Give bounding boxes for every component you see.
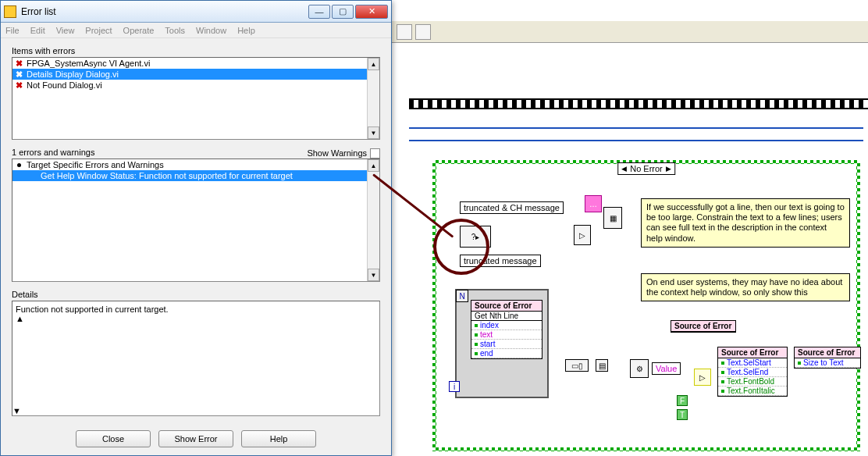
scroll-down-icon[interactable]: ▼ xyxy=(368,269,379,281)
menu-item[interactable]: Tools xyxy=(165,26,185,35)
chevron-left-icon[interactable]: ◀ xyxy=(621,165,627,173)
window-title: Error list xyxy=(21,6,308,17)
annotation-circle xyxy=(433,219,489,275)
warnings-list[interactable]: Target Specific Errors and Warnings Get … xyxy=(12,159,380,282)
property-node[interactable]: ⚙ xyxy=(630,359,649,378)
error-list-window: Error list — ▢ ✕ File Edit View Project … xyxy=(0,0,392,456)
button-row: Close Show Error Help xyxy=(1,424,391,455)
bool-true-constant[interactable]: T xyxy=(677,409,688,420)
prop: Text.FontBold xyxy=(727,377,774,386)
close-button[interactable]: Close xyxy=(76,430,151,447)
chevron-right-icon[interactable]: ▶ xyxy=(666,165,671,173)
tunnel-label: truncated & CH message xyxy=(460,201,564,214)
scroll-up-icon[interactable]: ▲ xyxy=(368,58,379,70)
row: start xyxy=(480,340,495,348)
menu-item[interactable]: File xyxy=(5,26,20,35)
items-with-errors-label: Items with errors xyxy=(12,46,380,55)
menu-item[interactable]: View xyxy=(56,26,75,35)
prop: Text.SelStart xyxy=(727,358,771,367)
warning-category[interactable]: Target Specific Errors and Warnings xyxy=(27,160,164,169)
comment: If we successfully got a line, then our … xyxy=(641,198,850,248)
menu-bar[interactable]: File Edit View Project Operate Tools Win… xyxy=(1,23,391,38)
row: Size to Text xyxy=(803,358,844,367)
toolbar-icon[interactable] xyxy=(415,24,431,40)
error-item[interactable]: FPGA_SystemAsync VI Agent.vi xyxy=(27,59,150,68)
error-count-label: 1 errors and warnings xyxy=(12,148,94,157)
row: end xyxy=(480,349,493,358)
minimize-button[interactable]: — xyxy=(308,5,330,19)
show-error-button[interactable]: Show Error xyxy=(158,430,233,447)
menu-item[interactable]: Window xyxy=(196,26,226,35)
toolbar-icon[interactable] xyxy=(397,24,412,40)
help-button[interactable]: Help xyxy=(241,430,316,447)
loop-iteration-terminal[interactable]: i xyxy=(449,381,460,392)
menu-item[interactable]: Project xyxy=(85,26,112,35)
scrollbar[interactable]: ▲▼ xyxy=(367,58,379,139)
cluster-head: Source of Error xyxy=(795,347,860,358)
details-text[interactable]: Function not supported in current target… xyxy=(12,301,380,416)
scroll-down-icon[interactable]: ▼ xyxy=(368,126,379,139)
diagram-area: ◀ No Error ▶ truncated & CH message trun… xyxy=(409,113,863,451)
menu-item[interactable]: Operate xyxy=(123,26,155,35)
prop: Text.SelEnd xyxy=(727,368,768,376)
scroll-down-icon[interactable]: ▼ xyxy=(12,406,379,415)
cluster-bundle-node[interactable]: ▦ xyxy=(603,207,622,229)
case-structure[interactable]: ◀ No Error ▶ truncated & CH message trun… xyxy=(432,160,860,451)
comment: On end user systems, they may have no id… xyxy=(641,273,850,301)
maximize-button[interactable]: ▢ xyxy=(332,5,354,19)
error-item[interactable]: Not Found Dialog.vi xyxy=(27,80,102,90)
build-text-node[interactable]: … xyxy=(585,195,602,212)
prop: Text.FontItalic xyxy=(727,387,775,395)
wire xyxy=(409,127,863,129)
error-x-icon: ✖ xyxy=(16,80,23,91)
case-selector[interactable]: ◀ No Error ▶ xyxy=(617,162,675,175)
error-items-list[interactable]: ✖FPGA_SystemAsync VI Agent.vi ✖Details D… xyxy=(12,57,380,140)
warning-item[interactable]: Get Help Window Status: Function not sup… xyxy=(41,171,293,180)
row: index xyxy=(480,321,499,330)
diagram-toolbar xyxy=(392,21,868,43)
row: text xyxy=(480,330,493,339)
bool-false-constant[interactable]: F xyxy=(677,395,688,406)
error-x-icon: ✖ xyxy=(16,69,23,80)
details-label: Details xyxy=(12,290,380,299)
error-x-icon: ✖ xyxy=(16,59,23,69)
unbundle-node[interactable]: ▤ xyxy=(596,359,608,372)
scrollbar[interactable]: ▲▼ xyxy=(16,314,376,323)
scroll-up-icon[interactable]: ▲ xyxy=(368,159,379,172)
for-loop[interactable]: N i Source of Error Get Nth Line index t… xyxy=(455,289,549,398)
cluster-head: Source of Error xyxy=(718,347,787,358)
compare-node[interactable]: ▷ xyxy=(694,369,711,386)
cluster-head: Source of Error xyxy=(671,321,735,332)
show-warnings-label: Show Warnings xyxy=(307,148,367,158)
scroll-up-icon[interactable]: ▲ xyxy=(16,314,376,323)
bullet-icon xyxy=(17,163,21,167)
loop-count-terminal[interactable]: N xyxy=(456,290,468,302)
show-warnings-checkbox[interactable] xyxy=(370,148,380,159)
error-item[interactable]: Details Display Dialog.vi xyxy=(27,69,119,79)
menu-item[interactable]: Help xyxy=(237,26,255,35)
value-label: Value xyxy=(652,362,681,375)
select-node[interactable]: ▷ xyxy=(574,225,591,245)
array-index-node[interactable]: ▭▯ xyxy=(565,359,589,372)
window-close-button[interactable]: ✕ xyxy=(355,5,388,19)
app-icon xyxy=(4,5,16,18)
titlebar[interactable]: Error list — ▢ ✕ xyxy=(1,1,391,23)
cluster-head: Source of Error xyxy=(471,301,542,312)
sequence-frame-filmstrip xyxy=(409,98,868,109)
details-content: Function not supported in current target… xyxy=(16,305,169,314)
wire xyxy=(409,140,863,141)
selector-label: No Error xyxy=(630,164,663,173)
cluster-sub: Get Nth Line xyxy=(471,312,542,321)
menu-item[interactable]: Edit xyxy=(30,26,45,35)
